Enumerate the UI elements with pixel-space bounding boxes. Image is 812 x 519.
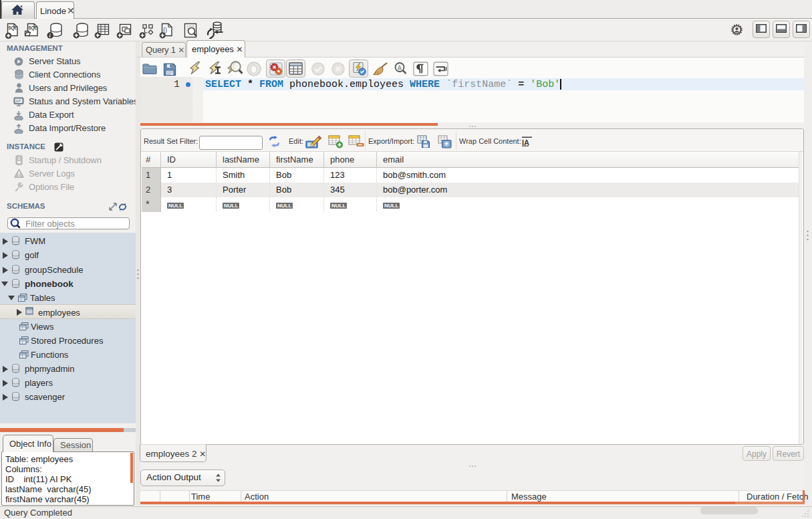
svg-text:IA: IA: [522, 138, 529, 146]
svg-text:SQL: SQL: [28, 25, 37, 31]
svg-text:SQL: SQL: [8, 25, 17, 31]
svg-text:{): {): [163, 27, 167, 33]
